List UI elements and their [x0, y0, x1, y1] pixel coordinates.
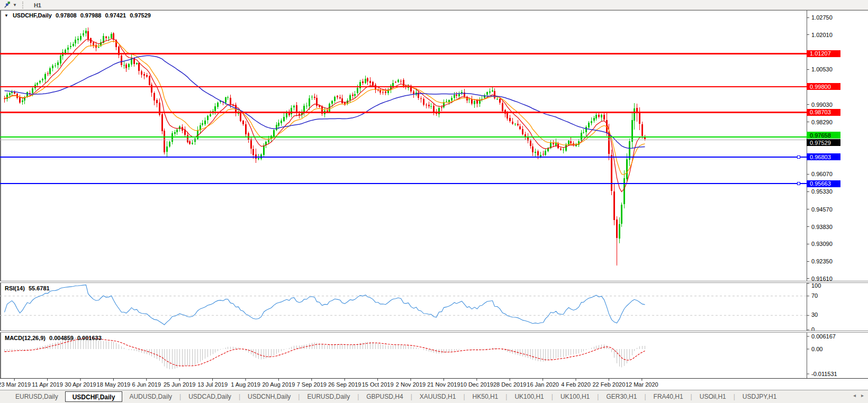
rsi-axis-label: 70: [811, 292, 818, 299]
macd-axis-label: 0.006167: [811, 333, 836, 340]
price-axis-label: 0.92350: [811, 258, 833, 264]
price-badge: 0.97658: [810, 132, 831, 139]
macd-panel-canvas[interactable]: 0.0061670.00-0.011531: [0, 333, 868, 378]
chart-tab-fra40-h1[interactable]: FRA40,H1: [647, 391, 690, 402]
price-badge: 1.01207: [810, 50, 831, 57]
price-axis-label: 1.00530: [811, 66, 833, 72]
rsi-label: RSI(14) 55.6781: [5, 285, 50, 291]
rsi-axis-label: 0: [811, 326, 815, 331]
ma-slow: [5, 56, 645, 148]
date-label: 25 Jun 2019: [164, 381, 196, 388]
date-label: 22 Feb 2020: [593, 381, 626, 388]
price-axis-label: 0.93090: [811, 241, 833, 247]
date-label: 2 Nov 2019: [396, 381, 426, 388]
date-label: 18 May 2019: [97, 381, 131, 388]
timeframe-button-h1[interactable]: H1: [29, 1, 50, 9]
chart-tab-hk50-h1[interactable]: HK50,H1: [466, 391, 505, 402]
symbol-dropdown-icon[interactable]: ▼: [4, 13, 8, 18]
macd-main-value: 0.004859: [49, 335, 74, 341]
price-axis-label: 1.02010: [811, 32, 833, 38]
rsi-panel-canvas[interactable]: 10070300: [0, 283, 868, 331]
main-chart-canvas[interactable]: 1.027501.020101.005300.990300.982900.960…: [0, 10, 868, 281]
rsi-line: [5, 285, 645, 325]
date-label: 30 Apr 2019: [65, 381, 96, 388]
price-axis-label: 1.02750: [811, 14, 833, 21]
rsi-name: RSI(14): [5, 285, 25, 291]
chart-tab-xauusd-h1[interactable]: XAUUSD,H1: [413, 391, 463, 402]
price-axis-label: 0.95330: [811, 188, 833, 195]
price-axis-label: 0.91610: [811, 276, 833, 281]
tab-scroll-left-icon[interactable]: ◂: [853, 392, 856, 398]
price-badge: 0.98703: [810, 109, 831, 115]
chart-tab-bar: EURUSD,DailyUSDCHF,DailyAUDUSD,Daily|USD…: [0, 390, 868, 403]
mt4-window: ▼ M1M5M15M30H1H4D1W1MN 1.027501.020101.0…: [0, 0, 868, 403]
date-label: 7 Sep 2019: [297, 381, 327, 388]
chart-tab-usoil-h1[interactable]: USOil,H1: [693, 391, 733, 402]
price-badge: 0.96803: [810, 154, 831, 160]
date-label: 20 Aug 2019: [263, 381, 295, 388]
price-badge: 0.99800: [810, 84, 831, 90]
date-label: 1 Aug 2019: [231, 381, 260, 388]
date-label: 23 Mar 2019: [0, 381, 31, 388]
date-label: 28 Dec 2019: [493, 381, 526, 388]
chart-tab-audusd-daily[interactable]: AUDUSD,Daily: [122, 391, 179, 402]
chart-tab-eurusd-daily[interactable]: EURUSD,Daily: [8, 391, 65, 402]
date-label: 4 Feb 2020: [561, 381, 591, 388]
tab-scroll-buttons: ◂ ▸: [853, 392, 864, 398]
ohlc-open: 0.97808: [56, 12, 77, 19]
rsi-value: 55.6781: [29, 285, 50, 291]
chart-tab-usdcnh-daily[interactable]: USDCNH,Daily: [241, 391, 297, 402]
date-label: 10 Dec 2019: [460, 381, 493, 388]
chart-tab-usdjpy-h1[interactable]: USDJPY,H1: [736, 391, 783, 402]
chart-tab-usdchf-daily[interactable]: USDCHF,Daily: [65, 391, 123, 402]
price-axis-label: 0.96070: [811, 171, 833, 177]
price-badge: 0.97529: [810, 140, 831, 146]
toolbar: ▼ M1M5M15M30H1H4D1W1MN: [0, 0, 868, 10]
date-label: 26 Sep 2019: [328, 381, 361, 388]
chart-tab-gbpusd-h4[interactable]: GBPUSD,H4: [359, 391, 410, 402]
date-label: 6 Jun 2019: [132, 381, 161, 388]
price-axis-label: 0.99030: [811, 102, 833, 108]
macd-axis-label: -0.011531: [811, 371, 837, 377]
ohlc-high: 0.97988: [80, 12, 102, 19]
macd-name: MACD(12,26,9): [5, 335, 46, 341]
date-label: 11 Apr 2019: [32, 381, 63, 388]
date-axis[interactable]: 23 Mar 201911 Apr 201930 Apr 201918 May …: [0, 378, 868, 390]
line-handle[interactable]: [797, 155, 800, 158]
chart-tab-eurusd-daily[interactable]: EURUSD,Daily: [300, 391, 357, 402]
chart-title: ▼ USDCHF,Daily 0.97808 0.97988 0.97421 0…: [4, 12, 151, 19]
toolbar-grip[interactable]: [22, 2, 24, 8]
date-label: 21 Nov 2019: [427, 381, 460, 388]
chart-tab-uk100-h1[interactable]: UK100,H1: [508, 391, 550, 402]
macd-axis-label: 0.00: [811, 346, 822, 352]
chart-tools-icon[interactable]: [2, 1, 12, 9]
macd-label: MACD(12,26,9) 0.004859 0.001633: [5, 335, 102, 341]
macd-signal-value: 0.001633: [77, 335, 102, 341]
date-label: 12 Mar 2020: [626, 381, 658, 388]
ohlc-close: 0.97529: [130, 12, 151, 19]
rsi-axis-label: 100: [811, 283, 821, 289]
chart-tab-usdcad-daily[interactable]: USDCAD,Daily: [182, 391, 238, 402]
date-label: 16 Jan 2020: [527, 381, 559, 388]
price-axis-label: 0.98290: [811, 119, 833, 125]
ohlc-low: 0.97421: [105, 12, 126, 19]
line-handle[interactable]: [797, 182, 800, 185]
price-badge: 0.95663: [810, 180, 831, 187]
tab-scroll-right-icon[interactable]: ▸: [861, 392, 864, 398]
chart-tab-uk100-h1[interactable]: UK100,H1: [554, 391, 596, 402]
date-label: 13 Jul 2019: [197, 381, 228, 388]
symbol-label: USDCHF,Daily: [13, 12, 52, 19]
rsi-axis-label: 30: [811, 312, 818, 318]
chart-tab-ger30-h1[interactable]: GER30,H1: [599, 391, 644, 402]
price-axis-label: 0.93830: [811, 224, 833, 230]
tool-dropdown-arrow-icon[interactable]: ▼: [13, 3, 17, 7]
price-axis-label: 0.94570: [811, 206, 833, 213]
date-label: 15 Oct 2019: [362, 381, 394, 388]
